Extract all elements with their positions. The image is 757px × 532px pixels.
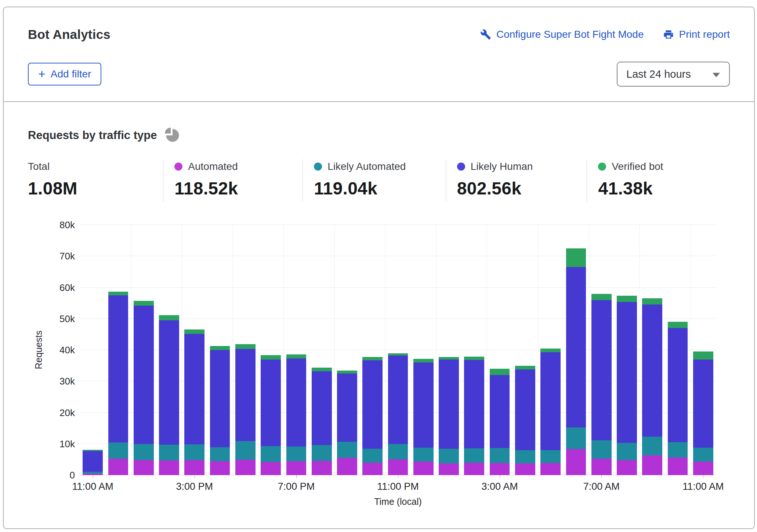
- bar-segment-likely-automated: [261, 446, 281, 462]
- bar-segment-likely-human: [617, 302, 637, 443]
- time-range-value: Last 24 hours: [626, 68, 691, 80]
- y-tick-label: 30k: [59, 376, 75, 387]
- bar-segment-verified-bot: [83, 450, 103, 451]
- bar-segment-likely-human: [261, 360, 281, 446]
- verified-bot-dot-icon: [598, 163, 606, 171]
- bar-segment-automated: [642, 455, 662, 475]
- bar-segment-likely-human: [235, 349, 256, 441]
- bar-segment-verified-bot: [566, 248, 586, 267]
- bar-segment-likely-automated: [184, 444, 204, 460]
- bar-segment-verified-bot: [134, 301, 154, 306]
- configure-link-label: Configure Super Bot Fight Mode: [496, 29, 644, 40]
- bar-segment-verified-bot: [388, 353, 408, 356]
- bar-segment-automated: [312, 461, 332, 475]
- bar-segment-likely-human: [540, 352, 561, 450]
- stat-label: Verified bot: [612, 161, 663, 172]
- bar-9-00-pm: [337, 225, 357, 475]
- add-filter-label: Add filter: [51, 68, 91, 80]
- print-report-link[interactable]: Print report: [663, 29, 730, 40]
- stat-label: Likely Human: [471, 161, 533, 172]
- bar-1-00-am: [439, 225, 459, 475]
- bar-segment-likely-human: [566, 267, 586, 427]
- bar-11-00-am: [83, 225, 103, 475]
- bar-5-00-am: [540, 225, 561, 475]
- bar-8-00-pm: [312, 225, 332, 475]
- bar-segment-likely-automated: [83, 472, 103, 474]
- bar-3-00-am: [490, 225, 510, 475]
- bar-segment-automated: [159, 460, 179, 475]
- bar-segment-verified-bot: [591, 294, 612, 300]
- likely-automated-dot-icon: [314, 163, 322, 171]
- bar-12-00-pm: [108, 225, 128, 475]
- bar-segment-likely-human: [464, 360, 484, 448]
- bar-segment-likely-automated: [668, 442, 688, 458]
- requests-chart: Requests 010k20k30k40k50k60k70k80k 11:00…: [28, 225, 730, 515]
- bar-segment-likely-human: [184, 334, 204, 445]
- v-gridline: [640, 225, 640, 475]
- bot-analytics-card: Bot Analytics Configure Super Bot Fight …: [3, 7, 755, 529]
- stat-likely-human: Likely Human 802.56k: [446, 159, 587, 201]
- bar-segment-verified-bot: [540, 349, 561, 352]
- v-gridline: [233, 225, 233, 475]
- bar-segment-verified-bot: [235, 344, 256, 349]
- bar-segment-likely-human: [413, 362, 434, 448]
- y-tick-label: 50k: [59, 313, 75, 324]
- bar-segment-verified-bot: [261, 355, 281, 360]
- bar-segment-likely-automated: [134, 444, 154, 460]
- v-gridline: [487, 225, 487, 475]
- bar-segment-automated: [464, 463, 484, 475]
- bar-5-00-pm: [235, 225, 256, 475]
- bar-segment-automated: [439, 463, 459, 475]
- bar-segment-likely-human: [286, 358, 307, 447]
- bar-segment-automated: [362, 463, 383, 475]
- bar-segment-likely-human: [83, 451, 103, 472]
- bar-segment-likely-automated: [362, 449, 383, 463]
- bar-3-00-pm: [184, 225, 204, 475]
- bar-segment-likely-automated: [515, 450, 535, 464]
- bar-9-00-am: [642, 225, 662, 475]
- bar-plot: [80, 225, 716, 475]
- x-tick-label: 11:00 AM: [72, 481, 113, 492]
- bar-segment-verified-bot: [668, 322, 688, 328]
- bar-segment-likely-automated: [108, 442, 128, 459]
- bar-segment-likely-automated: [210, 447, 230, 461]
- bar-segment-verified-bot: [210, 346, 230, 350]
- bar-segment-verified-bot: [286, 354, 307, 358]
- bar-segment-likely-human: [642, 305, 662, 437]
- bar-segment-verified-bot: [617, 296, 637, 302]
- pie-chart-icon: [165, 128, 180, 143]
- stat-verified-bot: Verified bot 41.38k: [587, 159, 730, 201]
- stat-likely-automated: Likely Automated 119.04k: [303, 159, 446, 201]
- v-gridline: [385, 225, 385, 475]
- bar-10-00-am: [668, 225, 688, 475]
- bar-segment-likely-human: [134, 306, 154, 444]
- configure-super-bot-fight-mode-link[interactable]: Configure Super Bot Fight Mode: [480, 29, 644, 40]
- bar-segment-verified-bot: [464, 357, 484, 360]
- bar-segment-verified-bot: [490, 369, 510, 375]
- bar-segment-verified-bot: [693, 351, 713, 359]
- bar-segment-likely-human: [693, 360, 713, 448]
- bar-segment-likely-automated: [159, 445, 179, 460]
- bar-segment-verified-bot: [312, 368, 332, 371]
- bar-segment-verified-bot: [337, 371, 357, 374]
- y-axis-labels: 010k20k30k40k50k60k70k80k: [28, 225, 80, 475]
- plus-icon: +: [38, 68, 46, 80]
- bar-segment-automated: [134, 460, 154, 475]
- time-range-select[interactable]: Last 24 hours: [617, 62, 730, 87]
- automated-dot-icon: [174, 163, 182, 171]
- x-tick-label: 3:00 AM: [482, 481, 518, 492]
- bar-segment-likely-automated: [413, 448, 434, 462]
- bar-segment-automated: [337, 458, 357, 475]
- bar-12-00-am: [413, 225, 434, 475]
- stat-total: Total 1.08M: [28, 159, 163, 201]
- v-gridline: [131, 225, 131, 475]
- add-filter-button[interactable]: + Add filter: [28, 63, 101, 85]
- bar-segment-likely-human: [668, 328, 688, 442]
- card-header: Bot Analytics Configure Super Bot Fight …: [4, 7, 754, 102]
- bar-7-00-pm: [286, 225, 307, 475]
- v-gridline: [182, 225, 182, 475]
- bar-segment-automated: [490, 463, 510, 475]
- print-link-label: Print report: [679, 29, 730, 40]
- bar-segment-likely-automated: [388, 444, 408, 460]
- bar-segment-likely-human: [362, 360, 383, 449]
